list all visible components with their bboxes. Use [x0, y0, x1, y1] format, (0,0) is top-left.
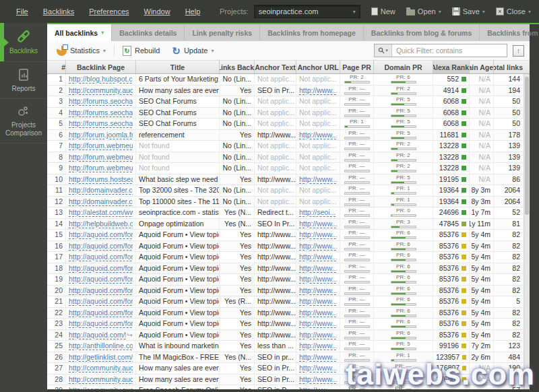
backlink-page-link[interactable]: http://forums.seochat.com...: [69, 108, 133, 118]
close-project-button[interactable]: × Close ▾: [496, 7, 531, 15]
project-selector[interactable]: seoinpractice.com ▾: [254, 5, 360, 18]
backlink-page-link[interactable]: http://forums.hostsearch.c...: [69, 174, 133, 185]
scrollbar-thumb[interactable]: [525, 77, 529, 215]
menu-backlinks[interactable]: Backlinks: [36, 5, 81, 18]
tab-backlinks-details[interactable]: Backlinks details: [112, 24, 185, 41]
backlink-page-link[interactable]: http://forums.seochat.com...: [69, 119, 133, 129]
tab-backlinks-from-homepage[interactable]: Backlinks from homepage: [260, 24, 364, 41]
backlink-page-link[interactable]: http://aquoid.com/forum/vi...: [69, 230, 133, 240]
column-header-total-links[interactable]: Total links: [494, 61, 523, 73]
table-row[interactable]: 13http://alestat.com/www.se...seoinpract…: [47, 207, 530, 219]
backlink-page-link[interactable]: http://alestat.com/www.se...: [69, 207, 133, 218]
backlink-page-link[interactable]: http://forum.webmeup.co...: [69, 152, 133, 162]
anchor-url-link[interactable]: http://www....: [299, 274, 337, 284]
column-header-links-back[interactable]: Links Back: [220, 61, 255, 73]
sidebar-item-backlinks[interactable]: Backlinks: [0, 23, 47, 62]
table-row[interactable]: 23http://aquoid.com/forum/vi...Aquoid Fo…: [47, 319, 530, 330]
anchor-url-link[interactable]: http://www....: [299, 263, 337, 273]
tab-all-backlinks[interactable]: All backlinks▾: [47, 24, 112, 41]
table-row[interactable]: 15http://aquoid.com/forum/vi...Aquoid Fo…: [47, 230, 530, 241]
sidebar-item-projects-comparison[interactable]: Projects Comparison: [0, 99, 47, 143]
anchor-url-link[interactable]: http://www....: [299, 130, 337, 140]
column-header--[interactable]: #: [47, 61, 66, 73]
table-row[interactable]: 21http://aquoid.com/forum/vi...Aquoid Fo…: [47, 296, 530, 308]
table-row[interactable]: 20http://aquoid.com/forum/vi...Aquoid Fo…: [47, 286, 530, 297]
update-button[interactable]: ↻ Update ▾: [168, 44, 218, 58]
table-row[interactable]: 9http://forum.webmeup.co...Not foundNo (…: [47, 163, 530, 174]
table-row[interactable]: 3http://forums.seochat.com...SEO Chat Fo…: [47, 96, 530, 108]
table-row[interactable]: 5http://forums.seochat.com...SEO Chat Fo…: [47, 119, 530, 130]
backlink-page-link[interactable]: http://aquoid.com/forum/vi...: [69, 263, 133, 273]
backlink-page-link[interactable]: http://aquoid.com/forum/vi...: [69, 274, 133, 284]
table-row[interactable]: 18http://aquoid.com/forum/vi...Aquoid Fo…: [47, 263, 530, 275]
backlink-page-link[interactable]: http://aquoid.com/forum/vi...: [69, 252, 133, 262]
backlink-page-link[interactable]: http://community.auctivaco...: [69, 363, 133, 373]
anchor-url-link[interactable]: http://www....: [299, 286, 337, 296]
table-row[interactable]: 19http://aquoid.com/forum/vi...Aquoid Fo…: [47, 274, 530, 286]
anchor-url-link[interactable]: http://www....: [299, 252, 337, 262]
backlink-page-link[interactable]: http://forum.webmeup.co...: [69, 141, 133, 151]
anchor-url-link[interactable]: http://www....: [299, 352, 337, 362]
open-project-button[interactable]: Open ▾: [406, 7, 441, 15]
anchor-url-link[interactable]: http://www....: [299, 374, 337, 385]
table-row[interactable]: 24http://aquoid.com/foru...↪Aquoid Forum…: [47, 330, 530, 341]
column-header-anchor-url[interactable]: Anchor URL: [296, 61, 340, 73]
column-header-title[interactable]: Title: [136, 61, 220, 73]
workspace-settings-button[interactable]: ↑: [513, 45, 524, 57]
anchor-url-link[interactable]: http://www....: [299, 219, 337, 229]
table-row[interactable]: 11http://domainvader.com/w...Top 32000 s…: [47, 185, 530, 197]
anchor-url-link[interactable]: http://www....: [299, 296, 337, 306]
menu-window[interactable]: Window: [137, 5, 177, 18]
tab-backlinks-from-blog-forums[interactable]: Backlinks from blog & forums: [364, 24, 480, 41]
menu-help[interactable]: Help: [179, 5, 208, 18]
anchor-url-link[interactable]: http://www....: [299, 341, 337, 351]
column-header-alexa-rank[interactable]: ▴Alexa Rank: [433, 61, 470, 73]
quick-filter-input[interactable]: ▾ Quick Filter: contains: [374, 44, 507, 57]
backlink-page-link[interactable]: http://aquoid.com/foru...: [69, 330, 126, 340]
backlink-page-link[interactable]: http://domainvader.com/w...: [69, 197, 133, 207]
table-row[interactable]: 7http://forum.webmeup.co...Not foundNo (…: [47, 141, 530, 152]
tab-backlinks-from-link-directories[interactable]: Backlinks from link directories: [480, 24, 539, 41]
new-project-button[interactable]: New: [371, 7, 395, 15]
backlink-page-link[interactable]: http://aquoid.com/forum/vi...: [69, 241, 133, 251]
column-header-backlink-page[interactable]: Backlink Page: [66, 61, 136, 73]
backlink-page-link[interactable]: http://community.auctiv...: [69, 385, 133, 389]
tab-link-penalty-risks[interactable]: Link penalty risks: [185, 24, 260, 41]
backlink-page-link[interactable]: http://aquoid.com/forum/vi...: [69, 286, 133, 296]
vertical-scrollbar[interactable]: [524, 74, 530, 389]
backlink-page-link[interactable]: http://getlinklist.com/show...: [69, 352, 133, 362]
anchor-url-link[interactable]: http://www....: [299, 319, 337, 329]
backlink-page-link[interactable]: http://blog.hubspot.com/bl...: [69, 74, 133, 84]
anchor-url-link[interactable]: http://www....: [299, 330, 337, 340]
backlink-page-link[interactable]: http://community.auctivaco...: [69, 374, 133, 385]
table-row[interactable]: 8http://forum.webmeup.co...Not foundNo (…: [47, 152, 530, 164]
column-header-domain-age[interactable]: Domain Age: [470, 61, 494, 73]
table-row[interactable]: 16http://aquoid.com/forum/vi...Aquoid Fo…: [47, 241, 530, 253]
backlink-page-link[interactable]: http://helpbuildweb.com/p...: [69, 219, 133, 229]
table-row[interactable]: 2http://community.auctiva.c...How many s…: [47, 86, 530, 97]
backlink-page-link[interactable]: http://aquoid.com/forum/vi...: [69, 308, 133, 318]
backlink-page-link[interactable]: http://forum.webmeup.co...: [69, 163, 133, 173]
backlink-page-link[interactable]: http://aquoid.com/forum/vi...: [69, 296, 133, 306]
statistics-button[interactable]: Statistics ▾: [53, 44, 110, 58]
column-header-anchor-text[interactable]: Anchor Text: [255, 61, 296, 73]
backlink-page-link[interactable]: http://domainvader.com/w...: [69, 185, 133, 195]
filter-scope-dropdown[interactable]: ▾: [375, 44, 392, 57]
anchor-url-link[interactable]: http://www....: [299, 308, 337, 318]
column-header-page-pr[interactable]: Page PR: [340, 61, 374, 73]
table-row[interactable]: 17http://aquoid.com/forum/vi...Aquoid Fo…: [47, 252, 530, 263]
menu-preferences[interactable]: Preferences: [82, 5, 135, 18]
table-row[interactable]: 10http://forums.hostsearch.c...What basi…: [47, 174, 530, 186]
backlink-page-link[interactable]: http://community.auctiva.c...: [69, 86, 133, 96]
table-row[interactable]: 22http://aquoid.com/forum/vi...Aquoid Fo…: [47, 308, 530, 319]
anchor-url-link[interactable]: http://ww...: [299, 385, 333, 389]
anchor-url-link[interactable]: http://www....: [299, 230, 337, 240]
sidebar-item-reports[interactable]: Reports: [0, 62, 47, 99]
anchor-url-link[interactable]: http://www....: [299, 174, 337, 185]
table-row[interactable]: 1http://blog.hubspot.com/bl...6 Parts of…: [47, 74, 530, 86]
backlink-page-link[interactable]: http://anthillonline.com/wh...: [69, 341, 133, 351]
anchor-url-link[interactable]: http://www....: [299, 86, 337, 96]
column-header-domain-pr[interactable]: Domain PR: [374, 61, 433, 73]
menu-file[interactable]: File: [9, 5, 35, 18]
anchor-url-link[interactable]: http://seoi...: [299, 207, 336, 218]
